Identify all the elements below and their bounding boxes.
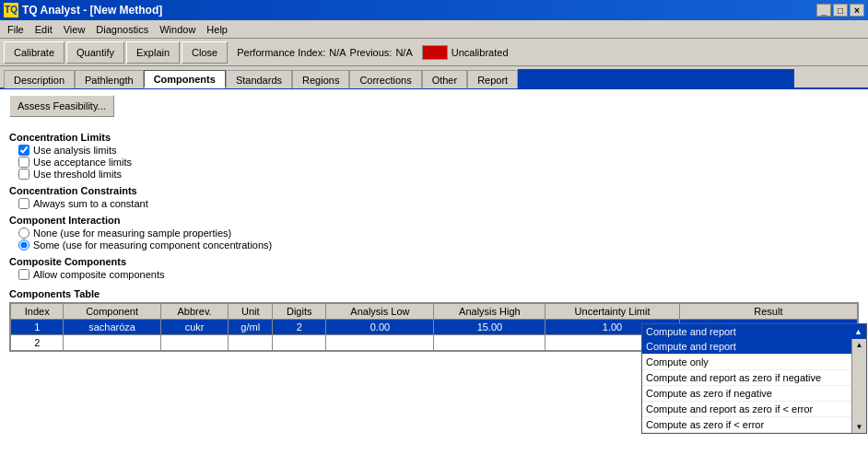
- some-radio[interactable]: [18, 239, 29, 251]
- tab-components[interactable]: Components: [144, 70, 226, 88]
- tabs-row: Description Pathlength Components Standa…: [0, 66, 868, 89]
- use-acceptance-limits-row: Use acceptance limits: [18, 157, 859, 168]
- conc-limits-title: Concentration Limits: [9, 132, 859, 143]
- always-sum-checkbox[interactable]: [18, 198, 29, 209]
- dropdown-header: Compute and report ▲: [642, 324, 866, 339]
- cell-analysis-low-1: 0.00: [326, 320, 434, 335]
- title-icon: TQ: [4, 3, 18, 18]
- use-threshold-limits-checkbox[interactable]: [18, 169, 29, 180]
- use-analysis-limits-row: Use analysis limits: [18, 145, 859, 156]
- use-analysis-limits-label: Use analysis limits: [33, 145, 116, 156]
- col-result: Result: [679, 304, 857, 320]
- cell-component-2: [64, 335, 160, 351]
- dropdown-scrollbar[interactable]: ▲ ▼: [851, 339, 866, 433]
- col-digits: Digits: [273, 304, 326, 320]
- window-controls: _ □ ×: [816, 4, 864, 17]
- none-radio-row: None (use for measuring sample propertie…: [18, 228, 859, 239]
- cell-analysis-high-2: [434, 335, 545, 351]
- explain-button[interactable]: Explain: [126, 41, 180, 64]
- dropdown-item-5[interactable]: Compute as zero if < error: [642, 417, 866, 433]
- uncal-red-box: [422, 45, 448, 60]
- col-uncertainty: Uncertainty Limit: [545, 304, 679, 320]
- tab-standards[interactable]: Standards: [226, 70, 292, 88]
- two-column-layout: Concentration Limits Use analysis limits…: [9, 126, 859, 281]
- tab-corrections[interactable]: Corrections: [349, 70, 421, 88]
- tab-report[interactable]: Report: [467, 70, 518, 88]
- minimize-btn[interactable]: _: [816, 4, 831, 17]
- prev-label: Previous:: [350, 47, 393, 58]
- toolbar: Calibrate Quantify Explain Close Perform…: [0, 39, 868, 66]
- maximize-btn[interactable]: □: [833, 4, 848, 17]
- composite-title: Composite Components: [9, 256, 859, 267]
- scroll-down-arrow[interactable]: ▼: [852, 421, 866, 433]
- left-column: Concentration Limits Use analysis limits…: [9, 126, 859, 281]
- close-button[interactable]: Close: [182, 41, 228, 64]
- dropdown-item-1[interactable]: Compute only: [642, 355, 866, 370]
- menu-help[interactable]: Help: [201, 23, 233, 36]
- col-analysis-low: Analysis Low: [326, 304, 434, 320]
- menu-diagnostics[interactable]: Diagnostics: [90, 23, 154, 36]
- col-component: Component: [64, 304, 160, 320]
- title-bar: TQ TQ Analyst - [New Method] _ □ ×: [0, 0, 868, 20]
- cell-unit-2: [229, 335, 273, 351]
- some-radio-row: Some (use for measuring component concen…: [18, 239, 859, 251]
- title-text: TQ Analyst - [New Method]: [22, 4, 162, 17]
- performance-index: Performance Index: N/A Previous: N/A: [237, 47, 413, 58]
- scroll-up-arrow[interactable]: ▲: [852, 339, 866, 351]
- calibrate-button[interactable]: Calibrate: [4, 41, 65, 64]
- always-sum-row: Always sum to a constant: [18, 198, 859, 209]
- some-radio-label: Some (use for measuring component concen…: [33, 239, 272, 251]
- perf-value: N/A: [329, 47, 346, 58]
- allow-composite-row: Allow composite components: [18, 269, 859, 280]
- table-section: Components Table Index Component Abbrev.…: [9, 288, 859, 352]
- tab-regions[interactable]: Regions: [292, 70, 349, 88]
- allow-composite-label: Allow composite components: [33, 269, 164, 280]
- dropdown-item-2[interactable]: Compute and report as zero if negative: [642, 370, 866, 386]
- menu-file[interactable]: File: [2, 23, 29, 36]
- uncalibrated-indicator: Uncalibrated: [422, 45, 509, 60]
- uncal-label: Uncalibrated: [452, 47, 509, 58]
- quantify-button[interactable]: Quantify: [66, 41, 124, 64]
- cell-digits-1: 2: [273, 320, 326, 335]
- always-sum-label: Always sum to a constant: [33, 198, 148, 209]
- allow-composite-checkbox[interactable]: [18, 269, 29, 280]
- cell-analysis-high-1: 15.00: [434, 320, 545, 335]
- menu-window[interactable]: Window: [154, 23, 201, 36]
- prev-value: N/A: [395, 47, 412, 58]
- cell-unit-1: g/ml: [229, 320, 273, 335]
- tab-other[interactable]: Other: [422, 70, 468, 88]
- menu-bar: File Edit View Diagnostics Window Help: [0, 20, 868, 39]
- dropdown-item-3[interactable]: Compute as zero if negative: [642, 386, 866, 402]
- close-btn[interactable]: ×: [850, 4, 864, 17]
- dropdown-scroll-up[interactable]: ▲: [854, 327, 862, 336]
- use-threshold-limits-row: Use threshold limits: [18, 169, 859, 180]
- col-analysis-high: Analysis High: [434, 304, 545, 320]
- col-index: Index: [11, 304, 64, 320]
- scroll-track: [852, 351, 866, 421]
- menu-edit[interactable]: Edit: [29, 23, 58, 36]
- none-radio-label: None (use for measuring sample propertie…: [33, 228, 231, 239]
- cell-index-2: 2: [11, 335, 64, 351]
- use-acceptance-limits-checkbox[interactable]: [18, 157, 29, 168]
- cell-component-1: sacharóza: [64, 320, 160, 335]
- conc-constraints-title: Concentration Constraints: [9, 185, 859, 196]
- dropdown-item-0[interactable]: Compute and report: [642, 339, 866, 355]
- result-dropdown[interactable]: Compute and report ▲ Compute and report …: [641, 323, 867, 434]
- tab-pathlength[interactable]: Pathlength: [75, 70, 144, 88]
- col-unit: Unit: [229, 304, 273, 320]
- cell-analysis-low-2: [326, 335, 434, 351]
- use-acceptance-limits-label: Use acceptance limits: [33, 157, 132, 168]
- dropdown-item-4[interactable]: Compute and report as zero if < error: [642, 402, 866, 417]
- cell-abbrev-2: [160, 335, 229, 351]
- use-analysis-limits-checkbox[interactable]: [18, 145, 29, 156]
- col-abbrev: Abbrev.: [160, 304, 229, 320]
- assess-feasibility-button[interactable]: Assess Feasibility...: [9, 95, 114, 117]
- cell-digits-2: [273, 335, 326, 351]
- use-threshold-limits-label: Use threshold limits: [33, 169, 122, 180]
- menu-view[interactable]: View: [58, 23, 91, 36]
- tab-description[interactable]: Description: [4, 70, 75, 88]
- comp-interaction-title: Component Interaction: [9, 215, 859, 226]
- none-radio[interactable]: [18, 228, 29, 239]
- cell-abbrev-1: cukr: [160, 320, 229, 335]
- table-title: Components Table: [9, 288, 859, 299]
